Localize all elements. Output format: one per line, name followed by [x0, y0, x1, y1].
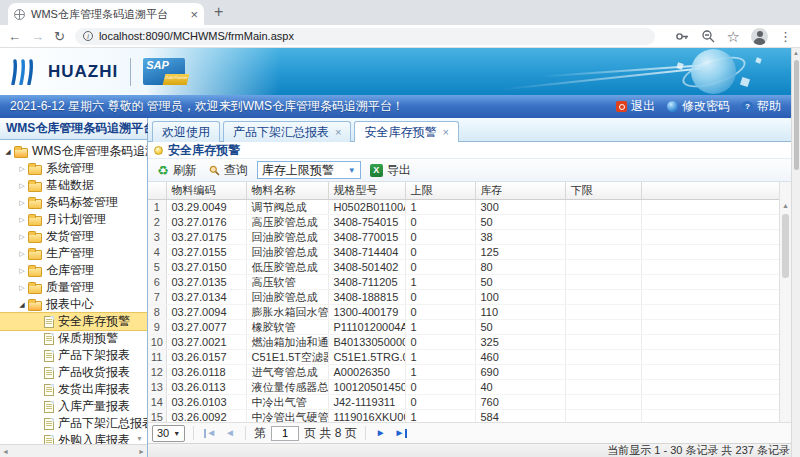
- table-row[interactable]: 603.27.0135高压软管3408-711205150: [148, 274, 800, 289]
- grid-scroll-thumb[interactable]: [782, 214, 789, 278]
- column-header[interactable]: 下限: [565, 182, 641, 199]
- tree-expanded-icon[interactable]: ◢: [17, 301, 27, 309]
- scroll-right-icon[interactable]: ►: [138, 448, 145, 455]
- tree-collapsed-icon[interactable]: ▷: [17, 182, 27, 190]
- tree-node[interactable]: 安全库存预警: [0, 313, 147, 330]
- close-tab-icon[interactable]: ×: [442, 127, 448, 138]
- grid-scroll-up-icon[interactable]: ▲: [780, 202, 791, 209]
- help-link[interactable]: ? 帮助: [742, 98, 781, 115]
- tree-scroll-down-icon[interactable]: ▼: [136, 435, 143, 442]
- close-tab-icon[interactable]: ×: [335, 127, 341, 138]
- app-banner: HUAZHI SAP Gold Partner: [0, 48, 791, 95]
- new-tab-button[interactable]: +: [214, 3, 223, 25]
- table-row[interactable]: 1503.26.0092中冷管出气硬管总成1119016XKU0041584: [148, 409, 800, 422]
- table-cell: 3408-711205: [328, 274, 405, 289]
- tree-node[interactable]: ▷质量管理: [0, 279, 147, 296]
- content-tab[interactable]: 安全库存预警×: [354, 121, 458, 142]
- table-row[interactable]: 1103.26.0157C51E1.5T空滤器出气管C51E1.5TRG.0(A…: [148, 349, 800, 364]
- tree-collapsed-icon[interactable]: ▷: [17, 216, 27, 224]
- reload-icon[interactable]: ↻: [54, 30, 65, 43]
- table-row[interactable]: 503.27.0150低压胶管总成3408-501402080: [148, 259, 800, 274]
- export-button[interactable]: X 导出: [367, 162, 414, 179]
- tree-expanded-icon[interactable]: ◢: [3, 148, 13, 156]
- warning-type-value: 库存上限预警: [262, 162, 334, 179]
- tree-node[interactable]: 保质期预警: [0, 330, 147, 347]
- filler-header: [641, 182, 800, 199]
- tree-node[interactable]: ◢WMS仓库管理条码追溯系统: [0, 143, 147, 160]
- sidebar-horizontal-scrollbar[interactable]: ◄ ►: [0, 444, 147, 457]
- scroll-left-icon[interactable]: ◄: [2, 448, 9, 455]
- prev-page-button[interactable]: ◄: [223, 428, 237, 438]
- table-row[interactable]: 203.27.0176高压胶管总成3408-754015050: [148, 214, 800, 229]
- table-row[interactable]: 903.27.0077橡胶软管P1110120004A0150: [148, 319, 800, 334]
- warning-type-select[interactable]: 库存上限预警 ▼: [257, 161, 361, 179]
- table-row[interactable]: 1403.26.0103中冷出气管J42-11193110760: [148, 394, 800, 409]
- column-header[interactable]: 库存: [475, 182, 565, 199]
- address-bar[interactable]: i localhost:8090/MCHWMS/frmMain.aspx: [75, 28, 655, 45]
- column-header[interactable]: 规格型号: [328, 182, 405, 199]
- tree-node[interactable]: ▷生产管理: [0, 245, 147, 262]
- tree-node[interactable]: 产品下架汇总报表: [0, 415, 147, 432]
- tree-node[interactable]: ▷仓库管理: [0, 262, 147, 279]
- first-page-button[interactable]: ◄: [202, 428, 218, 438]
- bookmark-star-icon[interactable]: ☆: [727, 29, 740, 44]
- table-row[interactable]: 803.27.0094膨胀水箱回水管总成1300-4001790110: [148, 304, 800, 319]
- zoom-icon[interactable]: [701, 29, 716, 44]
- content-tab[interactable]: 产品下架汇总报表×: [223, 121, 351, 142]
- content-tab[interactable]: 欢迎使用: [152, 121, 220, 142]
- page-scroll-up-icon[interactable]: ▲: [792, 50, 800, 56]
- tree-collapsed-icon[interactable]: ▷: [17, 250, 27, 258]
- tree-node[interactable]: ▷条码标签管理: [0, 194, 147, 211]
- forward-icon[interactable]: →: [31, 30, 44, 43]
- table-row[interactable]: 1203.26.0118进气弯管总成A000263501690: [148, 364, 800, 379]
- change-password-link[interactable]: 修改密码: [667, 98, 730, 115]
- tree-node[interactable]: 发货出库报表: [0, 381, 147, 398]
- column-header[interactable]: 上限: [405, 182, 475, 199]
- table-cell: 80: [475, 259, 565, 274]
- tree-collapsed-icon[interactable]: ▷: [17, 199, 27, 207]
- divider: [365, 426, 366, 440]
- tree-node[interactable]: 入库产量报表: [0, 398, 147, 415]
- tree-node[interactable]: ▷月计划管理: [0, 211, 147, 228]
- close-tab-icon[interactable]: ×: [190, 8, 198, 21]
- current-page-input[interactable]: [271, 426, 299, 441]
- tree-collapsed-icon[interactable]: ▷: [17, 267, 27, 275]
- table-cell: [565, 274, 641, 289]
- tree-node[interactable]: 产品收货报表: [0, 364, 147, 381]
- table-row[interactable]: 1303.26.0113液位量传感器总成100120501450AB0A040: [148, 379, 800, 394]
- query-button[interactable]: 查询: [206, 162, 251, 179]
- table-row[interactable]: 1003.27.0021燃油箱加油和通风软管B40133050000AA0325: [148, 334, 800, 349]
- tree-node[interactable]: ▷系统管理: [0, 160, 147, 177]
- tree-node[interactable]: 外购入库报表: [0, 432, 147, 444]
- row-number-cell: 3: [148, 229, 166, 244]
- tree-scroll-up-icon[interactable]: ▲: [136, 146, 143, 153]
- page-scroll-thumb[interactable]: [794, 60, 799, 170]
- table-row[interactable]: 103.29.0049调节阀总成H0502B01100A01300: [148, 199, 800, 214]
- last-page-button[interactable]: ►: [393, 428, 409, 438]
- column-header[interactable]: 物料编码: [166, 182, 246, 199]
- page-vertical-scrollbar[interactable]: ▲: [791, 48, 800, 457]
- table-cell: 03.26.0157: [166, 349, 246, 364]
- tree-collapsed-icon[interactable]: ▷: [17, 284, 27, 292]
- logout-link[interactable]: 退出: [616, 98, 655, 115]
- next-page-button[interactable]: ►: [374, 428, 388, 438]
- table-row[interactable]: 703.27.0134回油胶管总成3408-1888150100: [148, 289, 800, 304]
- tree-node[interactable]: ▷发货管理: [0, 228, 147, 245]
- tree-collapsed-icon[interactable]: ▷: [17, 165, 27, 173]
- table-row[interactable]: 403.27.0155回油胶管总成3408-7144040125: [148, 244, 800, 259]
- column-header[interactable]: 物料名称: [246, 182, 328, 199]
- browser-tab[interactable]: WMS仓库管理条码追溯平台 ×: [8, 3, 204, 25]
- table-row[interactable]: 303.27.0175回油胶管总成3408-770015038: [148, 229, 800, 244]
- tree-collapsed-icon[interactable]: ▷: [17, 233, 27, 241]
- page-size-select[interactable]: 30 ▼: [152, 425, 185, 442]
- kebab-menu-icon[interactable]: ⋮: [779, 30, 792, 43]
- refresh-button[interactable]: ♻ 刷新: [154, 162, 200, 179]
- site-info-icon[interactable]: i: [83, 31, 93, 41]
- grid-vertical-scrollbar[interactable]: ▲: [779, 182, 791, 422]
- back-icon[interactable]: ←: [8, 30, 21, 43]
- profile-avatar[interactable]: [751, 28, 768, 45]
- tree-node[interactable]: ◢报表中心: [0, 296, 147, 313]
- tree-node[interactable]: 产品下架报表: [0, 347, 147, 364]
- tree-node[interactable]: ▷基础数据: [0, 177, 147, 194]
- key-icon[interactable]: [675, 29, 690, 44]
